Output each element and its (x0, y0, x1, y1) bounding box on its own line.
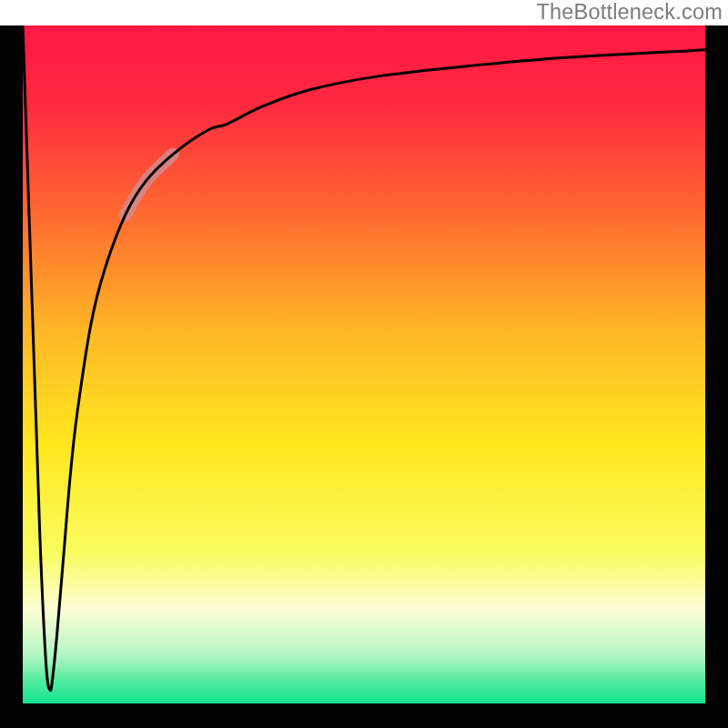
chart-svg (0, 0, 728, 728)
frame-left (0, 25, 23, 728)
plot-background (23, 25, 705, 703)
frame-right (705, 25, 728, 728)
chart-container: TheBottleneck.com (0, 0, 728, 728)
frame-bottom (0, 703, 728, 728)
watermark-text: TheBottleneck.com (536, 0, 723, 25)
